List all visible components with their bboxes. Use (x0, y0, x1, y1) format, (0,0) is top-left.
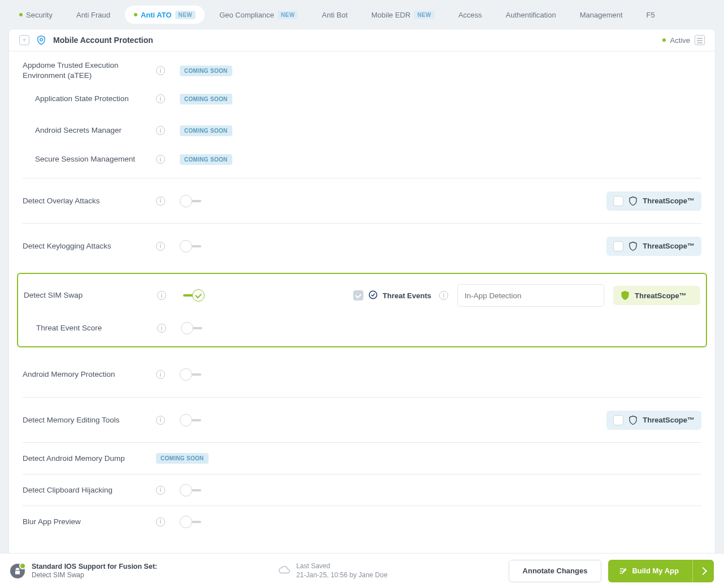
threatscope-label: ThreatScope™ (643, 416, 695, 424)
button-label: Annotate Changes (523, 567, 588, 575)
row-overlay: Detect Overlay Attacks i ThreatScope™ (23, 178, 701, 223)
threatscope-label: ThreatScope™ (635, 291, 687, 300)
tab-label: F5 (647, 11, 655, 19)
threatscope-chip[interactable]: ThreatScope™ (606, 191, 701, 211)
checkbox[interactable] (613, 415, 623, 425)
info-icon[interactable]: i (156, 155, 165, 164)
tab-anti-bot[interactable]: Anti Bot (313, 6, 357, 24)
feature-label: Detect Overlay Attacks (23, 196, 156, 206)
threatscope-chip[interactable]: ThreatScope™ (606, 411, 701, 430)
feature-list: Appdome Trusted Execution Environment (a… (9, 51, 715, 537)
info-icon[interactable]: i (156, 416, 165, 425)
tab-label: Anti Bot (322, 11, 348, 19)
info-icon[interactable]: i (156, 66, 165, 75)
new-badge: NEW (414, 11, 435, 19)
toggle-off[interactable] (180, 414, 203, 426)
tab-f5[interactable]: F5 (638, 6, 664, 24)
coming-soon-badge: COMING SOON (156, 453, 209, 464)
shield-icon (36, 35, 46, 45)
toggle-off[interactable] (180, 516, 203, 528)
checkbox[interactable] (613, 241, 623, 251)
last-saved-label: Last Saved (296, 562, 387, 571)
expand-all-button[interactable]: + (19, 35, 29, 45)
info-icon[interactable]: i (156, 486, 165, 495)
row-session: Secure Session Management i COMING SOON (23, 146, 701, 178)
feature-label: Detect Android Memory Dump (23, 454, 156, 464)
feature-card: + Mobile Account Protection Active Appdo… (9, 29, 715, 565)
fusion-set-title: Standard IOS Support for Fusion Set: (32, 562, 157, 571)
info-icon[interactable]: i (156, 242, 165, 251)
tab-anti-ato[interactable]: Anti ATONEW (125, 6, 205, 24)
threatscope-icon (628, 241, 638, 251)
build-button[interactable]: Build My App (608, 560, 714, 582)
button-label: Build My App (632, 567, 679, 575)
toggle-on[interactable] (181, 289, 205, 302)
threat-events-label: Threat Events (383, 291, 431, 300)
toggle-off[interactable] (180, 484, 203, 496)
annotate-button[interactable]: Annotate Changes (509, 560, 602, 582)
detection-input[interactable] (457, 284, 604, 307)
tab-anti-fraud[interactable]: Anti Fraud (67, 6, 119, 24)
feature-label: Android Secrets Manager (35, 125, 156, 136)
feature-label: Threat Event Score (36, 323, 157, 333)
info-icon[interactable]: i (439, 291, 448, 300)
tab-label: Authentification (506, 11, 556, 19)
toggle-off[interactable] (180, 240, 203, 252)
svg-point-1 (369, 291, 377, 299)
card-header: + Mobile Account Protection Active (9, 29, 715, 51)
feature-label: Blur App Preview (23, 517, 156, 527)
info-icon[interactable]: i (156, 126, 165, 135)
toggle-off[interactable] (181, 322, 205, 334)
feature-label: Detect Keylogging Attacks (23, 241, 156, 251)
tab-label: Access (458, 11, 482, 19)
new-badge: NEW (175, 11, 196, 19)
tab-label: Geo Compliance (219, 11, 274, 19)
row-memedit: Detect Memory Editing Tools i ThreatScop… (23, 397, 701, 442)
threatscope-chip-active[interactable]: ThreatScope™ (613, 286, 700, 305)
tab-management[interactable]: Management (571, 6, 632, 24)
info-icon[interactable]: i (156, 197, 165, 206)
row-memprot: Android Memory Protection i (23, 352, 701, 397)
row-clipboard: Detect Clipboard Hijacking i (23, 474, 701, 506)
chevron-right-icon[interactable] (692, 560, 714, 582)
card-title: Mobile Account Protection (53, 36, 153, 45)
status-label: Active (670, 36, 690, 45)
tab-access[interactable]: Access (449, 6, 491, 24)
threatscope-chip[interactable]: ThreatScope™ (606, 237, 701, 256)
info-icon[interactable]: i (156, 94, 165, 103)
notes-icon[interactable] (695, 35, 705, 45)
coming-soon-badge: COMING SOON (180, 154, 232, 165)
row-secrets: Android Secrets Manager i COMING SOON (23, 115, 701, 146)
info-icon[interactable]: i (157, 324, 166, 333)
tab-label: Security (26, 11, 53, 19)
tab-label: Anti Fraud (76, 11, 110, 19)
info-icon[interactable]: i (156, 370, 165, 379)
new-badge: NEW (278, 11, 298, 19)
feature-label: Android Memory Protection (23, 369, 156, 380)
row-app-state: Application State Protection i COMING SO… (23, 83, 701, 115)
threat-events-icon (368, 290, 378, 302)
checkbox-checked[interactable] (353, 290, 363, 300)
tab-security[interactable]: Security (10, 6, 62, 24)
info-icon[interactable]: i (157, 291, 166, 300)
info-icon[interactable]: i (156, 517, 165, 526)
checkbox[interactable] (613, 196, 623, 206)
status-dot-icon (662, 38, 666, 42)
row-memdump: Detect Android Memory Dump COMING SOON (23, 442, 701, 474)
svg-point-0 (40, 38, 43, 41)
feature-label: Detect Clipboard Hijacking (23, 485, 156, 495)
feature-label: Detect SIM Swap (24, 290, 157, 300)
tab-mobile-edr[interactable]: Mobile EDRNEW (362, 6, 444, 24)
coming-soon-badge: COMING SOON (180, 94, 232, 104)
tab-label: Anti ATO (141, 11, 172, 19)
tab-authentification[interactable]: Authentification (497, 6, 565, 24)
last-saved-value: 21-Jan-25, 10:56 by Jane Doe (296, 571, 387, 580)
feature-label: Secure Session Management (35, 154, 156, 164)
build-icon (618, 567, 627, 576)
tab-geo-compliance[interactable]: Geo ComplianceNEW (210, 6, 307, 24)
threatscope-icon (620, 290, 630, 300)
top-tabs: Security Anti Fraud Anti ATONEW Geo Comp… (0, 0, 724, 29)
threat-events-group: Threat Events i (353, 290, 448, 302)
toggle-off[interactable] (180, 195, 203, 207)
toggle-off[interactable] (180, 368, 203, 381)
